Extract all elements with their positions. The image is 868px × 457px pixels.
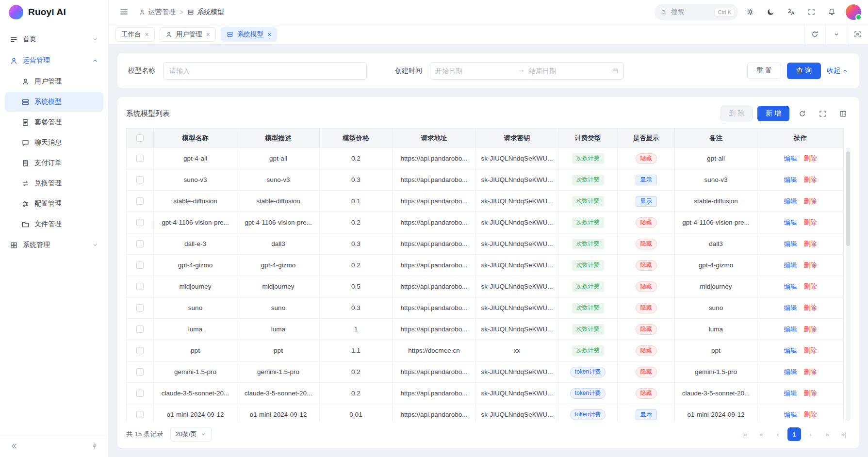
dark-mode-moon-icon[interactable]	[762, 4, 779, 20]
row-checkbox[interactable]	[136, 326, 144, 333]
edit-link[interactable]: 编辑	[784, 389, 797, 398]
next-group-button[interactable]: »	[820, 427, 834, 441]
row-checkbox[interactable]	[136, 219, 144, 226]
reset-button[interactable]: 重 置	[747, 63, 781, 79]
global-search-input[interactable]: 搜索 Ctrl K	[655, 4, 738, 20]
first-page-button[interactable]: |«	[738, 427, 752, 441]
sidebar-item-models[interactable]: 系统模型	[5, 92, 103, 112]
delete-link[interactable]: 删除	[804, 410, 817, 419]
prev-group-button[interactable]: «	[754, 427, 768, 441]
edit-link[interactable]: 编辑	[784, 346, 797, 355]
sidebar-item-pay-orders[interactable]: 支付订单	[5, 153, 103, 173]
sidebar-item-home[interactable]: 首页	[5, 29, 103, 49]
billing-type-badge: 次数计费	[572, 281, 604, 292]
row-checkbox[interactable]	[136, 368, 144, 375]
close-icon[interactable]: ×	[267, 31, 271, 38]
refresh-table-icon[interactable]	[794, 106, 810, 121]
close-icon[interactable]: ×	[145, 31, 149, 38]
tab-users[interactable]: 用户管理 ×	[160, 27, 216, 42]
sidebar-item-packages[interactable]: 套餐管理	[5, 113, 103, 132]
collapse-sidebar-icon[interactable]	[7, 440, 20, 453]
pin-sidebar-icon[interactable]	[88, 440, 101, 453]
tab-models[interactable]: 系统模型 ×	[221, 27, 277, 42]
edit-link[interactable]: 编辑	[784, 176, 797, 184]
row-checkbox[interactable]	[136, 261, 144, 269]
last-page-button[interactable]: »|	[837, 427, 851, 441]
row-checkbox[interactable]	[136, 283, 144, 290]
fullscreen-table-icon[interactable]	[815, 106, 830, 121]
cell-request-url: https://docmee.cn	[393, 340, 476, 361]
cell-model-price: 0.2	[320, 361, 393, 383]
edit-link[interactable]: 编辑	[784, 240, 797, 248]
batch-delete-button[interactable]: 删 除	[721, 106, 753, 121]
end-date-input[interactable]	[529, 67, 608, 75]
row-checkbox[interactable]	[136, 176, 144, 183]
sidebar-item-files[interactable]: 文件管理	[5, 214, 103, 234]
settings-gear-icon[interactable]	[742, 4, 758, 20]
sidebar-item-system[interactable]: 系统管理	[5, 235, 103, 255]
delete-link[interactable]: 删除	[804, 368, 817, 376]
sidebar-item-config[interactable]: 配置管理	[5, 194, 103, 213]
sidebar-item-operation[interactable]: 运营管理	[5, 50, 103, 71]
sidebar-item-label: 聊天消息	[34, 138, 62, 147]
delete-link[interactable]: 删除	[804, 240, 817, 248]
edit-link[interactable]: 编辑	[784, 368, 797, 376]
edit-link[interactable]: 编辑	[784, 325, 797, 334]
delete-link[interactable]: 删除	[804, 325, 817, 334]
delete-link[interactable]: 删除	[804, 176, 817, 184]
fullscreen-icon[interactable]	[803, 4, 819, 20]
cell-remark: suno	[675, 297, 757, 319]
delete-link[interactable]: 删除	[804, 197, 817, 206]
table-scrollbar[interactable]	[846, 147, 851, 421]
delete-link[interactable]: 删除	[804, 346, 817, 355]
delete-link[interactable]: 删除	[804, 282, 817, 291]
cell-model-name: ppt	[154, 340, 237, 361]
next-page-button[interactable]: ›	[804, 427, 818, 441]
add-button[interactable]: 新 增	[757, 106, 789, 121]
row-checkbox[interactable]	[136, 390, 144, 397]
tab-workbench[interactable]: 工作台 ×	[115, 27, 155, 42]
row-checkbox[interactable]	[136, 155, 144, 162]
refresh-icon[interactable]	[804, 24, 825, 44]
edit-link[interactable]: 编辑	[784, 304, 797, 312]
sidebar-item-chat-messages[interactable]: 聊天消息	[5, 133, 103, 152]
row-checkbox[interactable]	[136, 347, 144, 354]
select-all-checkbox[interactable]	[136, 134, 144, 142]
scrollbar-thumb[interactable]	[846, 151, 850, 246]
collapse-filter-link[interactable]: 收起	[827, 66, 849, 75]
page-number-current[interactable]: 1	[787, 427, 801, 441]
prev-page-button[interactable]: ‹	[771, 427, 785, 441]
edit-link[interactable]: 编辑	[784, 154, 797, 163]
search-button[interactable]: 查 询	[787, 63, 821, 79]
breadcrumb-item-operation[interactable]: 运营管理	[139, 8, 176, 16]
edit-link[interactable]: 编辑	[784, 197, 797, 206]
date-range-picker[interactable]	[430, 62, 624, 80]
user-avatar[interactable]	[846, 4, 861, 20]
breadcrumb-item-models[interactable]: 系统模型	[187, 8, 224, 16]
column-settings-icon[interactable]	[835, 106, 851, 121]
row-checkbox[interactable]	[136, 304, 144, 311]
start-date-input[interactable]	[435, 67, 514, 75]
edit-link[interactable]: 编辑	[784, 282, 797, 291]
row-checkbox[interactable]	[136, 197, 144, 205]
delete-link[interactable]: 删除	[804, 154, 817, 163]
hamburger-menu-icon[interactable]	[115, 4, 132, 20]
chevron-down-icon[interactable]	[825, 24, 847, 44]
model-name-input[interactable]	[163, 62, 367, 80]
row-checkbox[interactable]	[136, 240, 144, 247]
delete-link[interactable]: 删除	[804, 261, 817, 270]
translate-language-icon[interactable]	[783, 4, 799, 20]
row-checkbox[interactable]	[136, 411, 144, 418]
page-size-select[interactable]: 20条/页	[170, 427, 212, 441]
sidebar-item-redeem[interactable]: 兑换管理	[5, 174, 103, 193]
delete-link[interactable]: 删除	[804, 389, 817, 398]
edit-link[interactable]: 编辑	[784, 261, 797, 270]
sidebar-item-users[interactable]: 用户管理	[5, 72, 103, 91]
notification-bell-icon[interactable]	[823, 4, 840, 20]
maximize-content-icon[interactable]	[847, 24, 868, 44]
delete-link[interactable]: 删除	[804, 218, 817, 227]
edit-link[interactable]: 编辑	[784, 410, 797, 419]
close-icon[interactable]: ×	[206, 31, 210, 38]
delete-link[interactable]: 删除	[804, 304, 817, 312]
edit-link[interactable]: 编辑	[784, 218, 797, 227]
